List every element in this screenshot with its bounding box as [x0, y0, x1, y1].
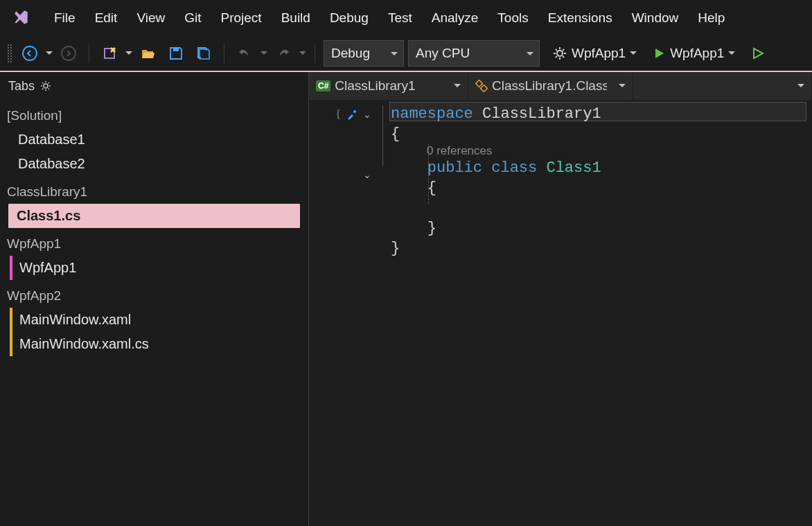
tabs-item[interactable]: MainWindow.xaml: [10, 308, 308, 332]
code-line[interactable]: }: [391, 238, 812, 258]
svg-rect-3: [173, 48, 179, 51]
tabs-item[interactable]: Database2: [6, 152, 308, 176]
play-outline-icon: [751, 46, 765, 60]
solution-platform-dropdown[interactable]: Any CPU: [408, 40, 540, 67]
editor-gutter: { ⌄ ⌄: [309, 100, 378, 526]
new-item-caret-icon[interactable]: [125, 51, 132, 58]
code-line[interactable]: namespace ClassLibrary1: [391, 104, 812, 124]
menu-tools[interactable]: Tools: [488, 0, 538, 36]
csharp-project-icon: C#: [316, 80, 330, 91]
nav-type-dropdown[interactable]: ClassLibrary1.Class1: [468, 72, 633, 100]
tabs-section-header: WpfApp1: [0, 232, 308, 256]
save-all-button[interactable]: [192, 42, 215, 65]
brace-hint-icon: {: [335, 108, 341, 121]
start-debug-button[interactable]: WpfApp1: [651, 46, 738, 61]
svg-point-8: [353, 110, 356, 113]
tabs-item[interactable]: Class1.cs: [8, 204, 300, 228]
svg-point-0: [23, 46, 37, 60]
svg-point-5: [44, 84, 48, 88]
nav-member-dropdown[interactable]: [633, 72, 812, 100]
tabs-item[interactable]: Database1: [6, 128, 308, 152]
solution-config-value: Debug: [331, 46, 370, 61]
screwdriver-icon[interactable]: [346, 109, 358, 120]
svg-point-1: [62, 46, 76, 60]
chevron-down-icon: [797, 84, 804, 91]
save-button[interactable]: [164, 42, 188, 65]
redo-caret-icon[interactable]: [299, 51, 306, 58]
class-icon: [475, 80, 488, 92]
menu-analyze[interactable]: Analyze: [422, 0, 488, 36]
chevron-down-icon: [619, 84, 626, 91]
nav-type-label: ClassLibrary1.Class1: [492, 78, 607, 94]
editor-nav-bar: C# ClassLibrary1 ClassLibrary1.Class1: [309, 72, 812, 100]
code-line[interactable]: {: [391, 124, 812, 144]
svg-rect-6: [476, 80, 483, 87]
nav-project-label: ClassLibrary1: [335, 78, 415, 94]
menubar: FileEditViewGitProjectBuildDebugTestAnal…: [0, 0, 812, 36]
code-line[interactable]: {: [391, 178, 812, 198]
chevron-down-icon: [454, 84, 461, 91]
nav-back-button[interactable]: [18, 42, 42, 65]
code-line[interactable]: }: [391, 218, 812, 238]
tabs-section-header: WpfApp2: [0, 284, 308, 308]
menu-edit[interactable]: Edit: [85, 0, 127, 36]
editor-area: C# ClassLibrary1 ClassLibrary1.Class1 { …: [309, 72, 812, 526]
toolbar-grip-icon: [7, 44, 12, 63]
menu-project[interactable]: Project: [211, 0, 272, 36]
menu-test[interactable]: Test: [378, 0, 422, 36]
new-item-button[interactable]: [98, 42, 121, 65]
svg-point-4: [557, 51, 563, 56]
menu-view[interactable]: View: [127, 0, 175, 36]
start-debug-label: WpfApp1: [670, 46, 724, 61]
tabs-item[interactable]: WpfApp1: [10, 256, 308, 280]
play-icon: [653, 47, 666, 60]
redo-button[interactable]: [272, 42, 295, 65]
menu-file[interactable]: File: [44, 0, 85, 36]
nav-back-caret-icon[interactable]: [46, 51, 53, 58]
tabs-panel-header: Tabs: [0, 72, 308, 100]
tabs-panel: Tabs [Solution]Database1Database2ClassLi…: [0, 72, 309, 526]
collapse-icon[interactable]: ⌄: [363, 109, 371, 120]
open-button[interactable]: [136, 42, 160, 65]
menu-extensions[interactable]: Extensions: [538, 0, 622, 36]
startup-project-button[interactable]: WpfApp1: [549, 46, 639, 61]
collapse-icon[interactable]: ⌄: [363, 169, 371, 180]
menu-debug[interactable]: Debug: [320, 0, 378, 36]
chevron-down-icon: [728, 51, 735, 58]
codelens-references[interactable]: 0 references: [391, 144, 812, 158]
code-line[interactable]: public class Class1: [391, 158, 812, 178]
solution-config-dropdown[interactable]: Debug: [324, 40, 404, 67]
main-toolbar: Debug Any CPU WpfApp1 WpfApp1: [0, 36, 812, 72]
tabs-item[interactable]: MainWindow.xaml.cs: [10, 332, 308, 356]
startup-project-label: WpfApp1: [572, 46, 626, 61]
menu-build[interactable]: Build: [272, 0, 320, 36]
menu-git[interactable]: Git: [175, 0, 211, 36]
code-content[interactable]: namespace ClassLibrary1{0 references pub…: [388, 100, 812, 526]
tabs-panel-title: Tabs: [8, 79, 35, 94]
tabs-section-header: [Solution]: [0, 104, 308, 128]
code-line[interactable]: [391, 198, 812, 218]
code-editor[interactable]: { ⌄ ⌄ namespace ClassLibrary1{0 referenc…: [309, 100, 812, 526]
nav-forward-button: [57, 42, 80, 65]
visual-studio-logo-icon: [11, 8, 32, 28]
chevron-down-icon: [630, 51, 637, 58]
gear-icon[interactable]: [40, 80, 51, 91]
solution-platform-value: Any CPU: [416, 46, 470, 61]
menu-window[interactable]: Window: [622, 0, 689, 36]
nav-project-dropdown[interactable]: C# ClassLibrary1: [309, 72, 468, 100]
menu-help[interactable]: Help: [688, 0, 734, 36]
svg-rect-7: [481, 85, 488, 92]
tabs-section-header: ClassLibrary1: [0, 180, 308, 204]
start-without-debug-button[interactable]: [746, 42, 770, 65]
gear-icon: [552, 46, 567, 61]
undo-button[interactable]: [233, 42, 256, 65]
undo-caret-icon[interactable]: [261, 51, 267, 58]
